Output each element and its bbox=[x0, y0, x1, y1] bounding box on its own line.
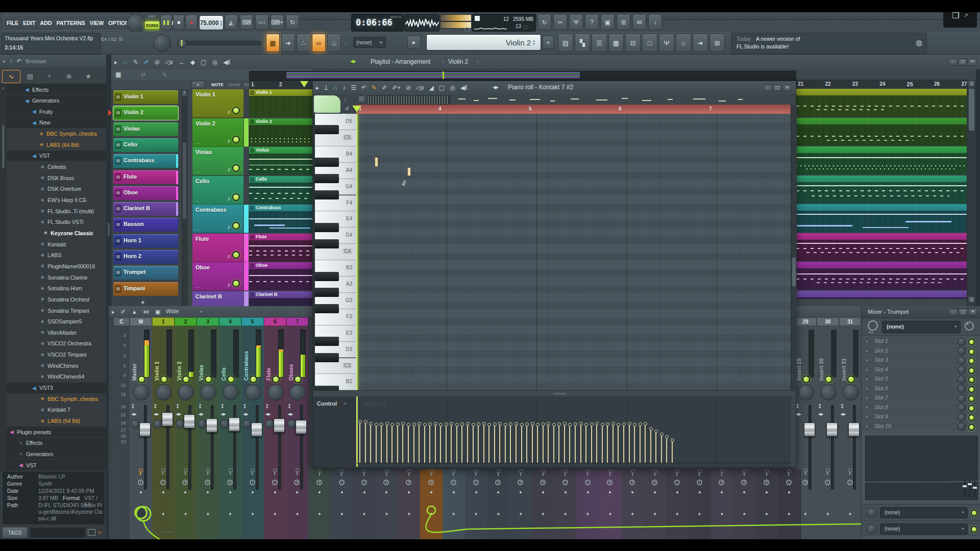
mixer-strip-bottom[interactable]: ▲ bbox=[353, 469, 376, 539]
fx-slot-8[interactable]: ▸Slot 8 bbox=[863, 403, 979, 412]
clip-header[interactable] bbox=[796, 204, 967, 211]
tempo-spinner-icon[interactable]: ▲▼ bbox=[219, 20, 223, 26]
mixer-strip-number[interactable]: 3 bbox=[197, 317, 219, 326]
route-dot[interactable] bbox=[609, 491, 611, 493]
plugin-add-icon[interactable]: ⊞ bbox=[617, 14, 630, 30]
send-triangle-icon[interactable]: ▲ bbox=[608, 511, 612, 516]
shuffle-knob[interactable] bbox=[127, 14, 145, 32]
fx-input-select[interactable]: (none) ▸ bbox=[882, 321, 961, 333]
pan-knob[interactable] bbox=[798, 384, 814, 400]
picker-pattern-oboe[interactable]: ▤Oboe bbox=[113, 186, 178, 200]
fx-slot-6[interactable]: ▸Slot 6 bbox=[863, 384, 979, 393]
velocity-bar-head[interactable] bbox=[380, 422, 383, 426]
velocity-bar[interactable] bbox=[661, 436, 662, 463]
fader-track[interactable] bbox=[831, 405, 834, 490]
velocity-bar[interactable] bbox=[510, 425, 511, 463]
velocity-bar-head[interactable] bbox=[574, 422, 577, 426]
playlist-speaker-icon[interactable]: ◀▶ bbox=[350, 59, 355, 64]
velocity-bar[interactable] bbox=[402, 425, 403, 463]
tree-item-group[interactable]: ◀VST3 bbox=[7, 383, 106, 393]
rack-piano-icon[interactable]: ▦ bbox=[115, 71, 121, 78]
channel-rack-icon[interactable]: ☰ bbox=[592, 34, 607, 52]
velocity-bar[interactable] bbox=[467, 425, 468, 463]
velocity-bar-head[interactable] bbox=[584, 423, 588, 427]
strip-enable-led[interactable] bbox=[250, 375, 257, 383]
record-arm-icon[interactable] bbox=[518, 469, 523, 476]
playlist-timeline-right[interactable]: 21222324252627 bbox=[796, 80, 967, 89]
main-volume-knob[interactable] bbox=[153, 34, 171, 52]
mixer-strip-number[interactable]: 30 bbox=[817, 317, 839, 326]
route-dot[interactable] bbox=[743, 491, 745, 493]
mixer-strip-bottom[interactable]: ▲ bbox=[509, 469, 532, 539]
track-options-dots[interactable]: ... bbox=[195, 140, 200, 145]
clip-body[interactable] bbox=[249, 183, 312, 204]
mixer-strip-bottom[interactable]: ▲ bbox=[621, 469, 644, 539]
link-icon[interactable]: ∞ bbox=[312, 34, 326, 52]
midi-note[interactable] bbox=[375, 157, 378, 167]
send-triangle-icon[interactable]: ▲ bbox=[251, 511, 255, 516]
clip-body[interactable] bbox=[249, 298, 312, 307]
mixer-strip-number[interactable]: 6 bbox=[264, 317, 286, 326]
magnet-icon[interactable]: ∩ bbox=[333, 84, 338, 91]
pointer-icon[interactable]: ▸ bbox=[316, 84, 319, 91]
fx-slot-7[interactable]: ▸Slot 7 bbox=[863, 393, 979, 402]
record-arm-icon[interactable] bbox=[803, 468, 807, 475]
route-dot[interactable] bbox=[542, 491, 544, 493]
velocity-bar[interactable] bbox=[558, 425, 559, 463]
track-enable-led[interactable] bbox=[232, 280, 240, 287]
latency-clock-icon[interactable] bbox=[719, 480, 724, 485]
velocity-bar[interactable] bbox=[435, 425, 436, 463]
velocity-bar[interactable] bbox=[391, 426, 393, 463]
slot-arrow-icon[interactable]: ▸ bbox=[866, 377, 868, 381]
velocity-bar-head[interactable] bbox=[439, 423, 443, 427]
velocity-bar[interactable] bbox=[607, 425, 608, 463]
mixer-strip-number[interactable]: M bbox=[130, 317, 152, 326]
velocity-bar-head[interactable] bbox=[671, 438, 674, 442]
velocity-bar-head[interactable] bbox=[611, 422, 615, 425]
send-triangle-icon[interactable]: ▲ bbox=[384, 511, 388, 516]
pattern-selector[interactable]: Violin 2 ▲▼ bbox=[426, 34, 541, 51]
magnet-icon[interactable]: ∩ bbox=[123, 59, 128, 66]
send-triangle-icon[interactable]: ▲ bbox=[161, 511, 165, 516]
velocity-bar[interactable] bbox=[473, 426, 474, 463]
slot-enable-led[interactable] bbox=[968, 348, 975, 355]
route-dot[interactable] bbox=[676, 491, 678, 493]
velocity-bar-head[interactable] bbox=[375, 423, 378, 427]
clip-header[interactable]: Violin 1 bbox=[249, 89, 312, 96]
velocity-bar[interactable] bbox=[569, 426, 570, 463]
clip-row-flute[interactable] bbox=[796, 233, 967, 261]
velocity-bar-head[interactable] bbox=[579, 422, 583, 425]
disable-icon[interactable]: ⊘ bbox=[155, 59, 160, 66]
clip-header[interactable]: Oboe bbox=[249, 262, 312, 269]
send-triangle-icon[interactable]: ▲ bbox=[803, 511, 807, 516]
tree-item-group[interactable]: ◀Plugin presets bbox=[7, 427, 106, 437]
velocity-bar-head[interactable] bbox=[450, 422, 453, 425]
velocity-bar-head[interactable] bbox=[477, 422, 480, 426]
picker-pattern-horn-1[interactable]: ▤Horn 1 bbox=[113, 234, 178, 248]
clip-body[interactable] bbox=[796, 211, 967, 232]
tags-input[interactable] bbox=[30, 527, 86, 538]
fx-send1-select[interactable]: (none) ▸ bbox=[880, 507, 968, 518]
velocity-bar[interactable] bbox=[429, 425, 430, 463]
latency-clock-icon[interactable] bbox=[786, 480, 792, 485]
stereo-sep-arrows[interactable]: ▲ ▼ bbox=[220, 403, 224, 409]
slot-mix-knob[interactable] bbox=[958, 385, 966, 393]
velocity-bar-head[interactable] bbox=[547, 422, 550, 425]
playlist-close-button[interactable]: ✕ bbox=[968, 59, 977, 66]
metronome-pedal-icon[interactable]: ♨ bbox=[327, 34, 341, 52]
piano-roll-preview[interactable]: ‹ bbox=[356, 94, 791, 105]
record-arm-icon[interactable] bbox=[362, 469, 366, 476]
latency-clock-icon[interactable] bbox=[316, 480, 322, 485]
menu-item-view[interactable]: VIEW bbox=[90, 20, 104, 26]
velocity-bar-head[interactable] bbox=[639, 422, 642, 426]
velocity-bar[interactable] bbox=[376, 426, 377, 463]
tab-favorites-icon[interactable]: ★ bbox=[80, 70, 97, 82]
velocity-bar[interactable] bbox=[456, 426, 457, 463]
tree-item[interactable]: ✳BBC Symph..chestra bbox=[7, 393, 106, 404]
piano-key-black[interactable] bbox=[315, 272, 339, 281]
record-arm-icon[interactable] bbox=[652, 469, 657, 476]
piano-roll-close-button[interactable]: ✕ bbox=[782, 85, 792, 92]
metronome-icon[interactable]: ◭ bbox=[225, 15, 238, 30]
pattern-prev-button[interactable]: ▶ bbox=[407, 36, 421, 49]
playlist-icon[interactable]: ▤ bbox=[558, 34, 573, 52]
